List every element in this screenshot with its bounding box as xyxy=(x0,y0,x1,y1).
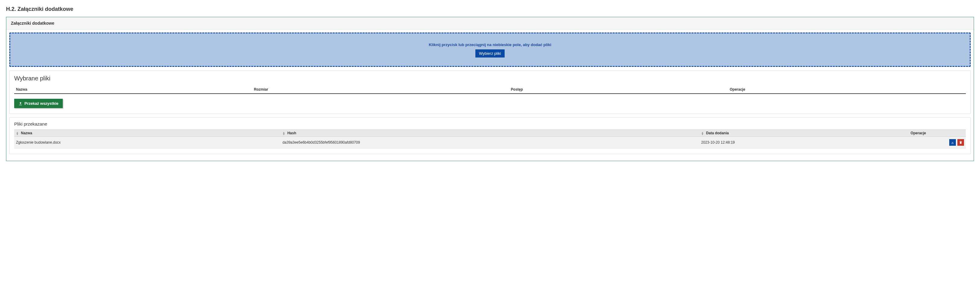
col-progress: Postęp xyxy=(509,86,728,94)
cell-date: 2023-10-20 12:48:19 xyxy=(700,137,909,149)
attachments-panel: Załączniki dodatkowe Kliknij przycisk lu… xyxy=(6,17,974,161)
col-date[interactable]: ▲▼ Data dodania xyxy=(700,130,909,137)
sort-icon: ▲▼ xyxy=(16,131,19,135)
file-dropzone[interactable]: Kliknij przycisk lub przeciągnij na nieb… xyxy=(10,33,970,67)
upload-all-label: Przekaż wszystkie xyxy=(24,101,59,106)
sort-icon: ▲▼ xyxy=(282,131,285,135)
col-name-label: Nazwa xyxy=(21,131,32,135)
download-icon xyxy=(951,141,955,144)
col-ops: Operacje xyxy=(909,130,966,137)
transferred-files-title: Pliki przekazane xyxy=(14,121,966,126)
col-hash[interactable]: ▲▼ Hash xyxy=(280,130,699,137)
col-size: Rozmiar xyxy=(252,86,509,94)
download-button[interactable] xyxy=(949,139,956,146)
selected-files-table: Nazwa Rozmiar Postęp Operacje xyxy=(14,86,966,94)
upload-all-button[interactable]: Przekaż wszystkie xyxy=(14,99,63,108)
col-ops: Operacje xyxy=(728,86,966,94)
col-hash-label: Hash xyxy=(288,131,296,135)
col-date-label: Data dodania xyxy=(706,131,729,135)
section-title: H.2. Załączniki dodatkowe xyxy=(6,6,974,12)
col-name: Nazwa xyxy=(14,86,252,94)
choose-files-button[interactable]: Wybierz pliki xyxy=(476,49,504,57)
transferred-files-card: Pliki przekazane ▲▼ Nazwa ▲▼ Hash ▲▼ xyxy=(10,117,970,154)
selected-files-card: Wybrane pliki Nazwa Rozmiar Postęp Opera… xyxy=(10,70,970,114)
panel-header: Załączniki dodatkowe xyxy=(6,17,974,30)
trash-icon xyxy=(959,141,963,144)
dropzone-hint: Kliknij przycisk lub przeciągnij na nieb… xyxy=(13,43,967,47)
delete-button[interactable] xyxy=(958,139,964,146)
cell-hash: da39a3ee5e6b4b0d3255bfef95601890afd80709 xyxy=(280,137,699,149)
cell-name: Zgłoszenie budowlane.docx xyxy=(14,137,280,149)
sort-icon: ▲▼ xyxy=(701,131,704,135)
selected-files-title: Wybrane pliki xyxy=(14,75,966,82)
upload-icon xyxy=(18,101,22,106)
transferred-files-table: ▲▼ Nazwa ▲▼ Hash ▲▼ Data dodania Operacj… xyxy=(14,130,966,149)
table-row: Zgłoszenie budowlane.docx da39a3ee5e6b4b… xyxy=(14,137,966,149)
col-name[interactable]: ▲▼ Nazwa xyxy=(14,130,280,137)
